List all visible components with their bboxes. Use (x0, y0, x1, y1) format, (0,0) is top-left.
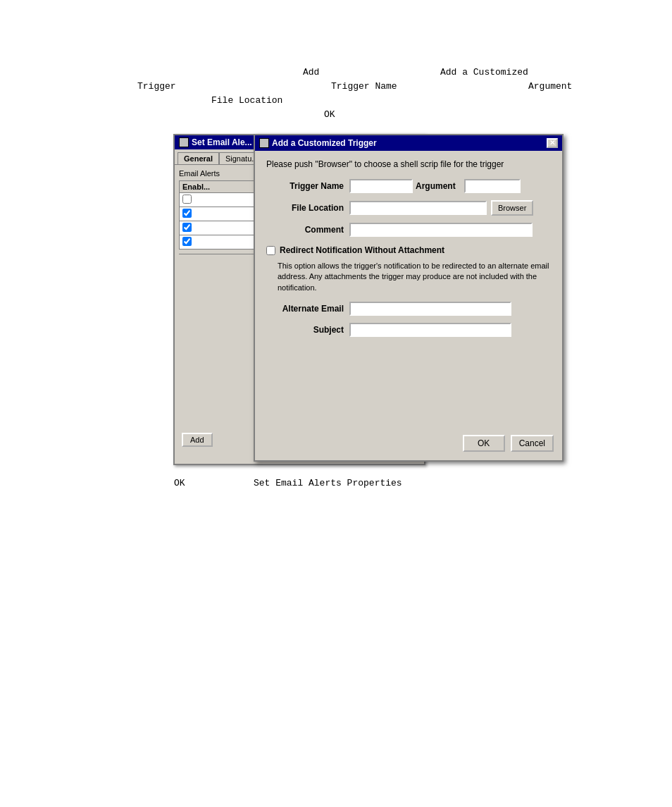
add-customized-trigger-dialog: Add a Customized Trigger ✕ Please push "… (254, 134, 564, 462)
subject-label: Subject (266, 325, 344, 335)
file-location-row: File Location Browser (266, 200, 551, 216)
tab-general[interactable]: General (178, 152, 219, 164)
argument-label: Argument (416, 181, 456, 191)
trigger-name-input[interactable] (349, 179, 413, 193)
alternate-email-row: Alternate Email (266, 302, 551, 316)
checkbox-row1[interactable] (182, 195, 192, 204)
ok-outside-annotation: OK (324, 109, 335, 120)
redirect-label: Redirect Notification Without Attachment (280, 245, 444, 255)
main-dialog-titlebar: Add a Customized Trigger ✕ (255, 135, 562, 151)
checkbox-row2[interactable] (182, 209, 192, 218)
ok-bottom-annotation: OK (174, 478, 185, 488)
alternate-email-label: Alternate Email (266, 304, 344, 314)
subject-input[interactable] (349, 323, 511, 337)
file-location-label: File Location (266, 203, 344, 213)
redirect-checkbox[interactable] (266, 246, 275, 255)
redirect-section: Redirect Notification Without Attachment… (266, 245, 551, 293)
file-location-annotation: File Location (211, 95, 282, 106)
redirect-checkbox-row: Redirect Notification Without Attachment (266, 245, 551, 255)
main-dialog-icon (259, 138, 269, 148)
bg-dialog-title: Set Email Ale... (192, 137, 252, 147)
browser-button[interactable]: Browser (491, 200, 533, 216)
alternate-email-input[interactable] (349, 302, 511, 316)
checkbox-row3[interactable] (182, 223, 192, 232)
set-email-annotation: Set Email Alerts Properties (254, 478, 402, 488)
trigger-name-row: Trigger Name Argument (266, 179, 551, 193)
close-button[interactable]: ✕ (547, 138, 558, 148)
instruction-text: Please push "Browser" to choose a shell … (266, 159, 551, 169)
add-customized-annotation: Add a Customized (440, 67, 528, 78)
argument-input[interactable] (464, 179, 521, 193)
subject-row: Subject (266, 323, 551, 337)
redirect-description: This option allows the trigger's notific… (278, 261, 551, 293)
bg-dialog-icon (179, 137, 189, 147)
add-annotation: Add (303, 67, 319, 78)
trigger-name-annotation: Trigger Name (331, 81, 397, 92)
argument-annotation: Argument (528, 81, 572, 92)
cancel-button[interactable]: Cancel (511, 435, 554, 452)
ok-button[interactable]: OK (463, 435, 505, 452)
trigger-name-label: Trigger Name (266, 181, 344, 191)
trigger-annotation: Trigger (137, 81, 176, 92)
bg-add-button[interactable]: Add (182, 433, 213, 447)
comment-row: Comment (266, 223, 551, 237)
file-location-input[interactable] (349, 201, 487, 215)
checkbox-row4[interactable] (182, 237, 192, 246)
comment-label: Comment (266, 225, 344, 235)
comment-input[interactable] (349, 223, 533, 237)
main-dialog-title: Add a Customized Trigger (272, 138, 377, 148)
dialog-footer: OK Cancel (463, 435, 554, 452)
